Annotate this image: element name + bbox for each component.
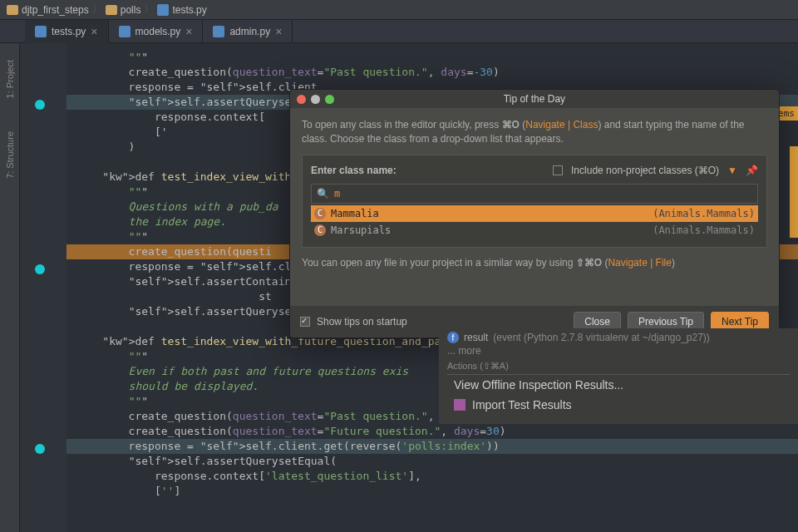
breakpoint-icon[interactable]	[35, 100, 45, 110]
enter-class-label: Enter class name:	[311, 164, 397, 178]
tip-of-day-dialog: Tip of the Day To open any class in the …	[289, 89, 780, 338]
include-nonproject-label: Include non-project classes (⌘O)	[571, 164, 719, 178]
close-icon[interactable]: ×	[275, 25, 282, 38]
filter-icon[interactable]: ▼	[727, 164, 737, 178]
action-import-test-results[interactable]: Import Test Results	[447, 395, 790, 415]
navigate-class-link: Navigate | Class	[525, 119, 598, 131]
dialog-titlebar[interactable]: Tip of the Day	[290, 90, 779, 108]
result-path: (Animals.Mammals)	[653, 224, 755, 238]
show-tips-checkbox[interactable]	[300, 317, 310, 327]
gutter[interactable]	[20, 43, 66, 532]
breadcrumb-sep: 〉	[144, 2, 154, 17]
more-link[interactable]: ... more	[447, 343, 790, 358]
marker-strip[interactable]	[790, 146, 798, 238]
code-line[interactable]: create_question(question_text="Future qu…	[66, 424, 798, 439]
search-icon: 🔍	[317, 187, 329, 201]
tool-sidebar: 1: Project 7: Structure	[0, 43, 20, 532]
result-mammalia[interactable]: C Mammalia (Animals.Mammals)	[311, 205, 758, 222]
tab-label: models.py	[135, 26, 181, 37]
python-file-icon	[213, 26, 224, 37]
dialog-title: Tip of the Day	[290, 93, 779, 105]
breadcrumb-file-label: tests.py	[172, 4, 206, 16]
pin-icon[interactable]: 📌	[746, 164, 758, 178]
field-icon: f	[447, 332, 459, 343]
result-name: Mammalia	[331, 207, 379, 221]
sidebar-project[interactable]: 1: Project	[5, 60, 15, 98]
result-marsupials[interactable]: C Marsupials (Animals.Mammals)	[311, 222, 758, 239]
result-path: (Animals.Mammals)	[653, 207, 755, 221]
close-icon[interactable]: ×	[185, 25, 192, 38]
breakpoint-icon[interactable]	[35, 264, 45, 274]
navigate-file-link: Navigate | File	[608, 257, 671, 268]
breadcrumb-sep: 〉	[92, 2, 102, 17]
search-results: C Mammalia (Animals.Mammals) C Marsupial…	[311, 205, 758, 239]
code-line[interactable]: "self">self.assertQuerysetEqual(	[66, 454, 798, 469]
breadcrumb-file[interactable]: tests.py	[157, 4, 206, 16]
breadcrumb-folder[interactable]: polls	[106, 4, 141, 16]
code-line[interactable]: response.context['latest_question_list']…	[66, 469, 798, 484]
tip-text: To open any class in the editor quickly,…	[302, 118, 767, 146]
tab-admin[interactable]: admin.py ×	[203, 20, 293, 43]
editor-tabs: tests.py × models.py × admin.py ×	[0, 20, 798, 43]
breadcrumb: djtp_first_steps 〉 polls 〉 tests.py	[0, 0, 798, 20]
folder-icon	[106, 5, 117, 15]
include-nonproject-checkbox[interactable]	[553, 165, 563, 175]
lookup-result-name: result	[464, 332, 488, 343]
result-name: Marsupials	[331, 224, 391, 238]
class-icon: C	[314, 208, 326, 219]
code-line[interactable]: ['']	[66, 484, 798, 499]
tab-tests[interactable]: tests.py ×	[25, 20, 109, 43]
class-name-field[interactable]	[334, 188, 752, 200]
code-line[interactable]: response = "self">self.client.get(revers…	[66, 439, 798, 454]
folder-icon	[7, 5, 18, 15]
lookup-result-detail: (event (Python 2.7.8 virtualenv at ~/dja…	[493, 332, 710, 343]
action-view-inspection[interactable]: View Offline Inspection Results...	[447, 375, 790, 395]
class-search-input[interactable]: 🔍	[311, 184, 758, 204]
dialog-body: To open any class in the editor quickly,…	[290, 108, 779, 280]
python-file-icon	[157, 4, 169, 16]
import-icon	[454, 399, 466, 411]
tab-label: admin.py	[229, 26, 270, 37]
tip-footer-text: You can open any file in your project in…	[302, 256, 767, 270]
actions-section-label: Actions (⇧⌘A)	[447, 358, 790, 375]
close-icon[interactable]: ×	[91, 25, 97, 38]
tab-models[interactable]: models.py ×	[109, 20, 204, 43]
show-tips-label: Show tips on startup	[317, 316, 407, 328]
python-file-icon	[119, 26, 131, 37]
search-header: Enter class name: Include non-project cl…	[311, 164, 758, 178]
lookup-result[interactable]: f result (event (Python 2.7.8 virtualenv…	[447, 332, 790, 343]
code-line[interactable]: create_question(question_text="Past ques…	[66, 65, 798, 80]
breadcrumb-folder-label: polls	[121, 4, 141, 16]
search-panel: Enter class name: Include non-project cl…	[302, 155, 767, 249]
breakpoint-icon[interactable]	[35, 444, 45, 454]
python-file-icon	[35, 26, 47, 37]
tab-label: tests.py	[52, 26, 86, 37]
breadcrumb-project[interactable]: djtp_first_steps	[7, 4, 89, 16]
code-line[interactable]: """	[66, 50, 798, 65]
sidebar-structure[interactable]: 7: Structure	[5, 131, 15, 179]
actions-popup: f result (event (Python 2.7.8 virtualenv…	[439, 328, 798, 424]
breadcrumb-project-label: djtp_first_steps	[22, 4, 89, 16]
class-icon: C	[314, 224, 326, 236]
